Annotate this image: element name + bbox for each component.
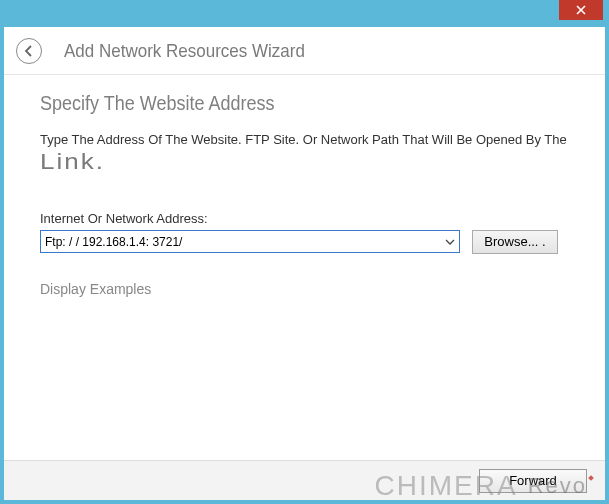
page-heading: Specify The Website Address [40, 92, 569, 115]
address-combobox[interactable] [40, 230, 460, 253]
address-label: Internet Or Network Address: [40, 211, 569, 226]
wizard-footer: Forward [4, 460, 605, 500]
address-input[interactable] [41, 231, 441, 252]
chevron-down-icon[interactable] [441, 231, 459, 252]
forward-button[interactable]: Forward [479, 469, 587, 493]
wizard-content: Specify The Website Address Type The Add… [4, 75, 605, 460]
wizard-title: Add Network Resources Wizard [64, 39, 305, 61]
wizard-window: Add Network Resources Wizard Specify The… [3, 26, 606, 501]
page-description-cont: Link. [40, 148, 105, 174]
page-description: Type The Address Of The Website. FTP Sit… [40, 132, 569, 148]
titlebar: Add Network Resources Wizard [4, 27, 605, 75]
display-examples-link[interactable]: Display Examples [40, 279, 151, 297]
back-button[interactable] [16, 38, 42, 64]
browse-button[interactable]: Browse... . [472, 230, 558, 254]
close-button[interactable] [559, 0, 603, 20]
address-row: Browse... . [40, 230, 569, 254]
